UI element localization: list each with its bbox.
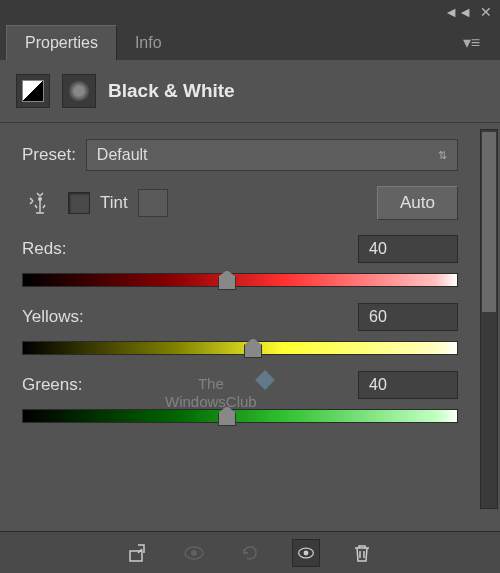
panel-content: Preset: Default ⇅ Tint Auto Reds: Yellow… bbox=[0, 123, 500, 423]
clip-to-layer-icon[interactable] bbox=[124, 539, 152, 567]
targeted-adjustment-icon[interactable] bbox=[22, 185, 58, 221]
preset-value: Default bbox=[97, 146, 148, 164]
greens-slider-track[interactable] bbox=[22, 409, 458, 423]
auto-button[interactable]: Auto bbox=[377, 186, 458, 220]
yellows-label: Yellows: bbox=[22, 307, 84, 327]
collapse-icon[interactable]: ◄◄ bbox=[444, 4, 472, 20]
tab-info[interactable]: Info bbox=[117, 26, 180, 60]
tint-label: Tint bbox=[100, 193, 128, 213]
reset-icon[interactable] bbox=[236, 539, 264, 567]
reds-slider-thumb[interactable] bbox=[218, 270, 236, 290]
window-titlebar: ◄◄ ✕ bbox=[0, 0, 500, 24]
reds-label: Reds: bbox=[22, 239, 66, 259]
svg-point-5 bbox=[304, 550, 309, 555]
svg-point-0 bbox=[38, 197, 42, 201]
scrollbar[interactable] bbox=[480, 129, 498, 509]
svg-rect-1 bbox=[130, 551, 142, 561]
tab-bar: Properties Info ▾≡ bbox=[0, 24, 500, 60]
scroll-thumb[interactable] bbox=[482, 132, 496, 312]
panel-menu-icon[interactable]: ▾≡ bbox=[455, 25, 488, 60]
reds-value-input[interactable] bbox=[358, 235, 458, 263]
adjustment-type-icon bbox=[16, 74, 50, 108]
reds-slider-track[interactable] bbox=[22, 273, 458, 287]
greens-slider-group: Greens: bbox=[22, 371, 486, 423]
panel-header: Black & White bbox=[0, 60, 500, 123]
greens-label: Greens: bbox=[22, 375, 82, 395]
preset-label: Preset: bbox=[22, 145, 76, 165]
chevron-updown-icon: ⇅ bbox=[438, 149, 447, 162]
panel-title: Black & White bbox=[108, 80, 235, 102]
trash-icon[interactable] bbox=[348, 539, 376, 567]
view-previous-state-icon[interactable] bbox=[180, 539, 208, 567]
tint-color-swatch[interactable] bbox=[138, 189, 168, 217]
greens-value-input[interactable] bbox=[358, 371, 458, 399]
yellows-slider-thumb[interactable] bbox=[244, 338, 262, 358]
yellows-value-input[interactable] bbox=[358, 303, 458, 331]
tint-checkbox[interactable] bbox=[68, 192, 90, 214]
reds-slider-group: Reds: bbox=[22, 235, 486, 287]
tab-properties[interactable]: Properties bbox=[6, 25, 117, 60]
yellows-slider-group: Yellows: bbox=[22, 303, 486, 355]
preset-dropdown[interactable]: Default ⇅ bbox=[86, 139, 458, 171]
svg-point-3 bbox=[191, 550, 197, 556]
greens-slider-thumb[interactable] bbox=[218, 406, 236, 426]
toggle-visibility-icon[interactable] bbox=[292, 539, 320, 567]
close-icon[interactable]: ✕ bbox=[480, 4, 492, 20]
panel-footer bbox=[0, 531, 500, 573]
layer-mask-icon[interactable] bbox=[62, 74, 96, 108]
yellows-slider-track[interactable] bbox=[22, 341, 458, 355]
